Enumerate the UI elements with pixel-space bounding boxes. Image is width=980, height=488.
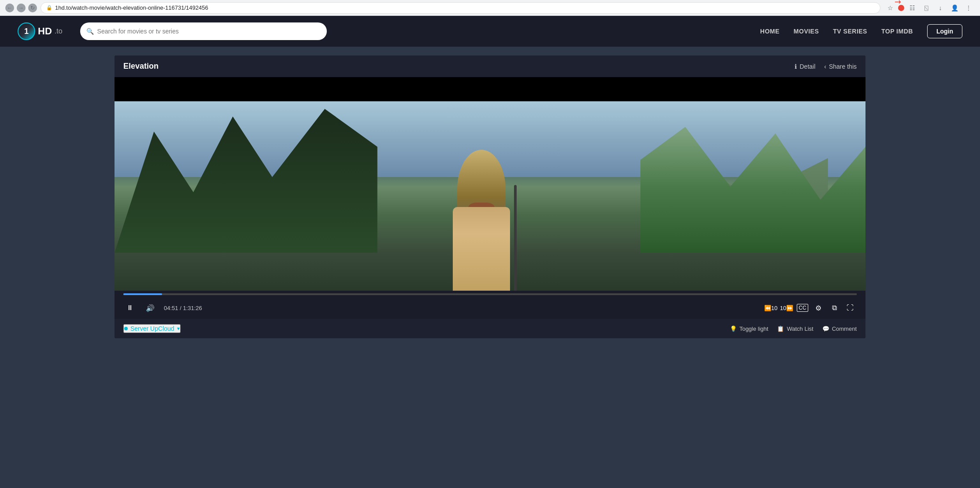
person-body [453,207,510,291]
forward-button[interactable]: → [17,4,26,12]
person-silhouette [437,150,525,291]
nav-top-imdb[interactable]: TOP IMDB [881,28,913,35]
refresh-button[interactable]: ↻ [28,4,37,12]
rewind-icon: ⏪10 [764,305,777,311]
person-staff [514,185,517,291]
fullscreen-icon: ⛶ [847,304,854,312]
volume-icon: 🔊 [146,304,155,312]
forward-10-button[interactable]: 10⏩ [780,301,793,314]
detail-button[interactable]: ℹ Detail [795,63,815,70]
nav-tv-series[interactable]: TV SERIES [833,28,867,35]
share-label: Share this [829,63,857,70]
server-selector[interactable]: Server UpCloud ▾ [123,324,181,333]
url-bar[interactable]: 🔒 1hd.to/watch-movie/watch-elevation-onl… [41,2,880,14]
time-display: 04:51 / 1:31:26 [164,305,202,311]
below-video-bar: Server UpCloud ▾ 💡 Toggle light 📋 Watch … [115,319,865,338]
page-content: Elevation ℹ Detail ‹ Share this [0,47,980,347]
video-top-bar [115,77,865,101]
back-button[interactable]: ← [5,4,14,12]
video-controls: ⏸ 🔊 04:51 / 1:31:26 ⏪10 10⏩ CC [115,297,865,319]
search-bar[interactable]: 🔍 [80,22,327,40]
share-button[interactable]: ‹ Share this [824,63,857,70]
logo-number: 1 [24,27,29,36]
pip-button[interactable]: ⧉ [828,301,841,314]
video-header-actions: ℹ Detail ‹ Share this [795,63,857,70]
record-dot: ↗ [898,5,904,11]
video-scene [115,101,865,291]
chevron-down-icon: ▾ [177,325,180,332]
pip-icon: ⧉ [832,304,837,312]
url-text: 1hd.to/watch-movie/watch-elevation-onlin… [55,4,208,11]
rewind-10-button[interactable]: ⏪10 [764,301,777,314]
browser-chrome: ← → ↻ 🔒 1hd.to/watch-movie/watch-elevati… [0,0,980,16]
lock-icon: 🔒 [46,5,52,11]
search-input[interactable] [97,28,321,35]
toggle-light-button[interactable]: 💡 Toggle light [730,325,769,332]
nav-movies[interactable]: MOVIES [794,28,819,35]
movie-title: Elevation [123,62,159,71]
browser-nav-controls: ← → ↻ [5,4,37,12]
detail-label: Detail [799,63,815,70]
progress-bar[interactable] [123,293,857,295]
ctrl-right: ⏪10 10⏩ CC ⚙ ⧉ ⛶ [764,301,857,314]
search-icon: 🔍 [86,28,94,35]
progress-fill [123,293,162,295]
server-dot [124,327,128,330]
comment-label: Comment [832,325,857,332]
video-frame[interactable] [115,101,865,291]
time-current: 04:51 [164,305,178,311]
settings-icon: ⚙ [815,304,821,312]
light-icon: 💡 [730,325,737,332]
video-header: Elevation ℹ Detail ‹ Share this [115,55,865,77]
share-icon: ‹ [824,63,826,70]
fullscreen-button[interactable]: ⛶ [843,301,857,314]
extensions-button[interactable]: ☷ [906,2,918,14]
settings-button[interactable]: ⚙ [812,301,825,314]
info-icon: ℹ [795,63,797,70]
time-total: 1:31:26 [183,305,202,311]
logo-name: HD [38,26,52,37]
watchlist-label: Watch List [787,325,813,332]
logo-icon: 1 [18,22,35,40]
comment-icon: 💬 [822,325,829,332]
progress-row [115,291,865,297]
play-pause-button[interactable]: ⏸ [123,301,137,314]
watchlist-icon: 📋 [777,325,784,332]
cc-icon: CC [797,304,808,312]
volume-button[interactable]: 🔊 [144,301,157,314]
site-logo[interactable]: 1 HD .to [18,22,63,40]
watchlist-button[interactable]: 📋 Watch List [777,325,813,332]
download-button[interactable]: ↓ [934,2,947,14]
comment-button[interactable]: 💬 Comment [822,325,857,332]
toggle-light-label: Toggle light [740,325,769,332]
nav-home[interactable]: HOME [760,28,780,35]
subtitles-button[interactable]: CC [796,301,809,314]
logo-suffix: .to [55,27,63,35]
nav-links: HOME MOVIES TV SERIES TOP IMDB Login [760,24,962,38]
login-button[interactable]: Login [927,24,962,38]
site-navbar: 1 HD .to 🔍 HOME MOVIES TV SERIES TOP IMD… [0,16,980,47]
menu-button[interactable]: ⋮ [962,2,975,14]
cast-button[interactable]: ⍂ [920,2,932,14]
pause-icon: ⏸ [126,304,133,312]
forward-icon: 10⏩ [780,305,793,311]
browser-actions: ☆ ↗ ☷ ⍂ ↓ 👤 ⋮ [884,2,975,14]
profile-button[interactable]: 👤 [948,2,961,14]
video-container: Elevation ℹ Detail ‹ Share this [115,55,865,338]
bottom-actions: 💡 Toggle light 📋 Watch List 💬 Comment [730,325,857,332]
server-label: Server UpCloud [130,325,174,332]
